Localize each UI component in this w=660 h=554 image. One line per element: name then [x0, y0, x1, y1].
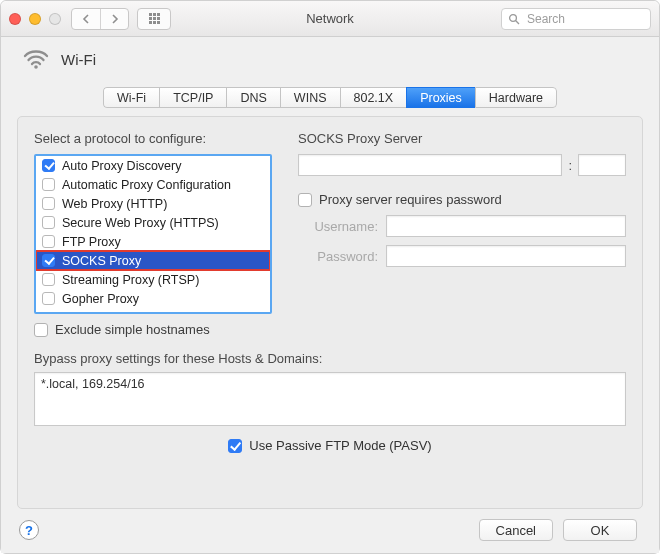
- zoom-window-button[interactable]: [49, 13, 61, 25]
- close-window-button[interactable]: [9, 13, 21, 25]
- password-label: Password:: [298, 249, 378, 264]
- interface-name: Wi-Fi: [61, 51, 96, 68]
- ok-button[interactable]: OK: [563, 519, 637, 541]
- requires-password-row[interactable]: Proxy server requires password: [298, 192, 626, 207]
- protocol-item[interactable]: Web Proxy (HTTP): [36, 194, 270, 213]
- tab-802-1x[interactable]: 802.1X: [340, 87, 407, 108]
- tab-dns[interactable]: DNS: [226, 87, 279, 108]
- tab-wi-fi[interactable]: Wi-Fi: [103, 87, 159, 108]
- protocol-item[interactable]: Auto Proxy Discovery: [36, 156, 270, 175]
- protocol-checkbox[interactable]: [42, 159, 55, 172]
- proxy-host-input[interactable]: [298, 154, 562, 176]
- chevron-left-icon: [82, 14, 90, 24]
- protocol-checkbox[interactable]: [42, 254, 55, 267]
- network-preferences-window: Network Wi-Fi Wi-FiTCP/IPDNSWINS802.1XPr…: [0, 0, 660, 554]
- protocol-checkbox[interactable]: [42, 197, 55, 210]
- search-icon: [508, 13, 520, 25]
- protocol-label: FTP Proxy: [62, 235, 121, 249]
- protocol-item[interactable]: FTP Proxy: [36, 232, 270, 251]
- passive-ftp-row[interactable]: Use Passive FTP Mode (PASV): [34, 438, 626, 453]
- protocol-checkbox[interactable]: [42, 178, 55, 191]
- show-all-button[interactable]: [137, 8, 171, 30]
- svg-point-2: [34, 65, 38, 69]
- nav-buttons: [71, 8, 129, 30]
- protocol-label: Gopher Proxy: [62, 292, 139, 306]
- username-label: Username:: [298, 219, 378, 234]
- window-controls: [9, 13, 61, 25]
- bypass-textarea[interactable]: *.local, 169.254/16: [34, 372, 626, 426]
- protocol-item[interactable]: Gopher Proxy: [36, 289, 270, 308]
- protocol-label: Automatic Proxy Configuration: [62, 178, 231, 192]
- search-input[interactable]: [525, 11, 644, 27]
- requires-password-label: Proxy server requires password: [319, 192, 502, 207]
- forward-button[interactable]: [100, 9, 128, 29]
- passive-ftp-checkbox[interactable]: [228, 439, 242, 453]
- protocol-item[interactable]: SOCKS Proxy: [36, 251, 270, 270]
- bypass-label: Bypass proxy settings for these Hosts & …: [34, 351, 626, 366]
- tab-tcp-ip[interactable]: TCP/IP: [159, 87, 226, 108]
- titlebar: Network: [1, 1, 659, 37]
- protocol-item[interactable]: Streaming Proxy (RTSP): [36, 270, 270, 289]
- protocol-label: Web Proxy (HTTP): [62, 197, 167, 211]
- host-port-separator: :: [568, 158, 572, 173]
- help-button[interactable]: ?: [19, 520, 39, 540]
- protocol-checkbox[interactable]: [42, 216, 55, 229]
- proxies-panel: Select a protocol to configure: Auto Pro…: [17, 116, 643, 509]
- dialog-footer: ? Cancel OK: [17, 509, 643, 541]
- back-button[interactable]: [72, 9, 100, 29]
- username-input[interactable]: [386, 215, 626, 237]
- protocol-label: Streaming Proxy (RTSP): [62, 273, 199, 287]
- protocol-list[interactable]: Auto Proxy DiscoveryAutomatic Proxy Conf…: [34, 154, 272, 314]
- exclude-hostnames-label: Exclude simple hostnames: [55, 322, 210, 337]
- chevron-right-icon: [111, 14, 119, 24]
- protocol-item[interactable]: Secure Web Proxy (HTTPS): [36, 213, 270, 232]
- tab-hardware[interactable]: Hardware: [475, 87, 557, 108]
- grid-icon: [149, 13, 160, 24]
- protocol-label: Auto Proxy Discovery: [62, 159, 181, 173]
- svg-line-1: [516, 20, 519, 23]
- password-input[interactable]: [386, 245, 626, 267]
- cancel-button[interactable]: Cancel: [479, 519, 553, 541]
- requires-password-checkbox[interactable]: [298, 193, 312, 207]
- server-section-label: SOCKS Proxy Server: [298, 131, 626, 146]
- tab-proxies[interactable]: Proxies: [406, 87, 475, 108]
- protocol-label: Secure Web Proxy (HTTPS): [62, 216, 219, 230]
- tab-wins[interactable]: WINS: [280, 87, 340, 108]
- interface-header: Wi-Fi: [17, 37, 643, 87]
- search-field-wrap[interactable]: [501, 8, 651, 30]
- protocol-checkbox[interactable]: [42, 235, 55, 248]
- exclude-hostnames-checkbox[interactable]: [34, 323, 48, 337]
- proxy-port-input[interactable]: [578, 154, 626, 176]
- svg-point-0: [510, 14, 517, 21]
- passive-ftp-label: Use Passive FTP Mode (PASV): [249, 438, 431, 453]
- protocol-list-label: Select a protocol to configure:: [34, 131, 272, 146]
- wifi-icon: [23, 49, 49, 69]
- minimize-window-button[interactable]: [29, 13, 41, 25]
- protocol-checkbox[interactable]: [42, 292, 55, 305]
- exclude-hostnames-row[interactable]: Exclude simple hostnames: [34, 322, 272, 337]
- tab-bar: Wi-FiTCP/IPDNSWINS802.1XProxiesHardware: [17, 87, 643, 108]
- window-body: Wi-Fi Wi-FiTCP/IPDNSWINS802.1XProxiesHar…: [1, 37, 659, 553]
- protocol-label: SOCKS Proxy: [62, 254, 141, 268]
- protocol-checkbox[interactable]: [42, 273, 55, 286]
- protocol-item[interactable]: Automatic Proxy Configuration: [36, 175, 270, 194]
